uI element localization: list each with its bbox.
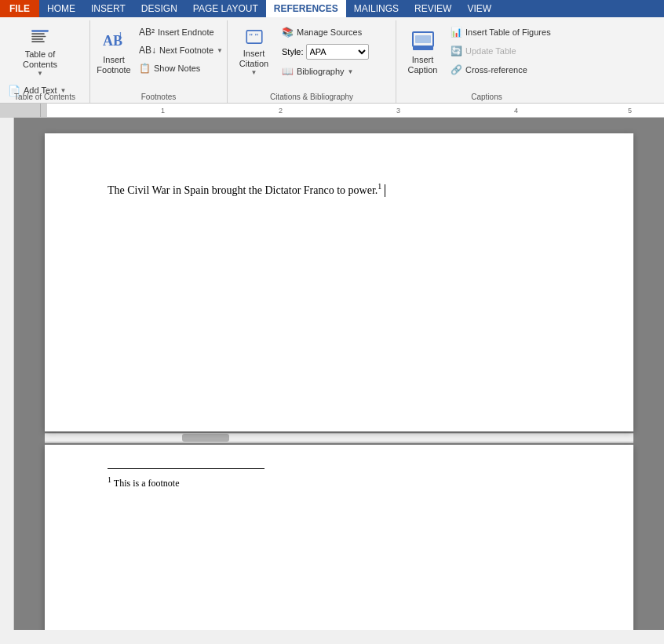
insert-caption-icon (410, 28, 436, 53)
manage-sources-icon: 📚 (282, 27, 294, 38)
captions-group-label: Captions (396, 93, 577, 101)
page-2[interactable]: 1 This is a footnote (45, 445, 633, 630)
menu-item-view[interactable]: VIEW (459, 0, 499, 17)
insert-footnote-button[interactable]: AB 1 Insert Footnote (95, 24, 133, 80)
insert-citation-arrow: ▼ (251, 69, 257, 77)
footnote-text: This is a footnote (114, 478, 180, 489)
cross-reference-button[interactable]: 🔗 Cross-reference (447, 61, 572, 78)
insert-endnote-icon: AB² (139, 27, 155, 38)
footnotes-group-label: Footnotes (90, 93, 227, 101)
ribbon: Table of Contents ▼ 📄 Add Text ▼ 🔄 Updat… (0, 17, 664, 104)
insert-caption-button[interactable]: Insert Caption (401, 24, 444, 80)
ruler-left-margin (0, 104, 41, 117)
manage-sources-button[interactable]: 📚 Manage Sources (279, 24, 391, 41)
insert-table-of-figures-button[interactable]: 📊 Insert Table of Figures (447, 24, 572, 41)
next-footnote-icon: AB↓ (139, 45, 156, 56)
insert-endnote-button[interactable]: AB² Insert Endnote (136, 24, 226, 41)
update-table-captions-button[interactable]: 🔄 Update Table (447, 42, 572, 60)
footnote-divider (108, 468, 265, 469)
svg-text:": " (254, 32, 259, 41)
menu-item-references[interactable]: REFERENCES (266, 0, 346, 17)
svg-text:1: 1 (119, 31, 122, 39)
main-text: The Civil War in Spain brought the Dicta… (108, 184, 378, 196)
menu-item-home[interactable]: HOME (39, 0, 83, 17)
insert-table-of-figures-icon: 📊 (451, 27, 462, 38)
page-container[interactable]: The Civil War in Spain brought the Dicta… (14, 118, 664, 630)
footnote-superscript: 1 (378, 182, 381, 191)
citations-group-label: Citations & Bibliography (228, 93, 396, 101)
insert-caption-label: Insert Caption (406, 55, 440, 75)
toc-icon (27, 27, 53, 48)
captions-group: Insert Caption 📊 Insert Table of Figures… (396, 20, 577, 103)
file-tab[interactable]: FILE (0, 0, 39, 17)
update-table-captions-icon: 🔄 (451, 45, 462, 56)
svg-text:": " (248, 32, 253, 41)
menu-item-insert[interactable]: INSERT (83, 0, 133, 17)
next-footnote-arrow: ▼ (217, 47, 223, 54)
svg-rect-2 (31, 36, 46, 38)
bottom-ruler: 1 2 3 4 5 (45, 442, 633, 443)
toc-label: Table of Contents (8, 49, 72, 70)
text-cursor (385, 184, 385, 197)
menu-item-page-layout[interactable]: PAGE LAYOUT (185, 0, 266, 17)
h-scrollbar[interactable] (45, 433, 633, 442)
footnote-ref-number: 1 (108, 475, 111, 484)
menu-bar: FILE HOME INSERT DESIGN PAGE LAYOUT REFE… (0, 0, 664, 17)
page-1[interactable]: The Civil War in Spain brought the Dicta… (45, 133, 633, 431)
menu-item-review[interactable]: REVIEW (407, 0, 459, 17)
show-notes-button[interactable]: 📋 Show Notes (136, 60, 226, 77)
svg-rect-1 (31, 33, 45, 35)
svg-rect-11 (413, 46, 433, 50)
insert-footnote-label: Insert Footnote (97, 55, 130, 75)
footnote-content: 1 This is a footnote (108, 475, 571, 489)
next-footnote-button[interactable]: AB↓ Next Footnote ▼ (136, 42, 226, 59)
svg-rect-12 (415, 35, 431, 43)
cross-reference-icon: 🔗 (451, 64, 462, 75)
document-area: The Civil War in Spain brought the Dicta… (0, 118, 664, 630)
insert-citation-label: Insert Citation (237, 49, 271, 69)
svg-rect-0 (31, 30, 49, 31)
style-select[interactable]: APA MLA Chicago (306, 44, 369, 60)
insert-citation-icon: " " (242, 27, 267, 47)
style-label: Style: (282, 47, 304, 56)
toc-button[interactable]: Table of Contents ▼ (5, 24, 75, 80)
insert-citation-button[interactable]: " " Insert Citation ▼ (232, 24, 275, 80)
toc-group-label: Table of Contents (0, 93, 89, 101)
top-ruler: 1 2 3 4 5 (0, 104, 664, 118)
svg-rect-3 (31, 38, 43, 40)
bibliography-button[interactable]: 📖 Bibliography ▼ (279, 63, 391, 80)
menu-item-design[interactable]: DESIGN (133, 0, 185, 17)
toc-dropdown-arrow: ▼ (37, 70, 43, 77)
bibliography-arrow: ▼ (348, 68, 354, 75)
menu-item-mailings[interactable]: MAILINGS (346, 0, 407, 17)
toc-group: Table of Contents ▼ 📄 Add Text ▼ 🔄 Updat… (0, 20, 90, 103)
svg-rect-4 (31, 41, 45, 42)
ruler-content: 1 2 3 4 5 (47, 104, 664, 117)
citations-group: " " Insert Citation ▼ 📚 Manage Sources S… (228, 20, 396, 103)
page-1-content[interactable]: The Civil War in Spain brought the Dicta… (108, 180, 571, 198)
footnotes-group: AB 1 Insert Footnote AB² Insert Endnote … (90, 20, 228, 103)
bibliography-icon: 📖 (282, 66, 294, 77)
insert-footnote-icon: AB 1 (101, 28, 126, 53)
show-notes-icon: 📋 (139, 63, 151, 74)
left-ruler (0, 118, 14, 630)
